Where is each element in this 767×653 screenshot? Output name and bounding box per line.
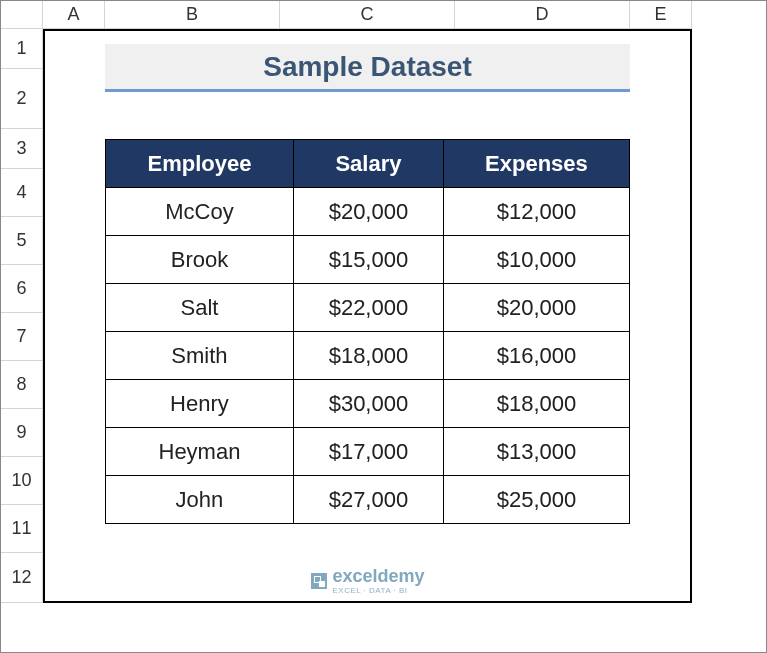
header-salary[interactable]: Salary [293, 140, 443, 188]
cell-salary[interactable]: $22,000 [293, 284, 443, 332]
row-header-1[interactable]: 1 [1, 29, 43, 69]
row-header-7[interactable]: 7 [1, 313, 43, 361]
cell-expenses[interactable]: $12,000 [443, 188, 629, 236]
row-header-5[interactable]: 5 [1, 217, 43, 265]
cell-salary[interactable]: $20,000 [293, 188, 443, 236]
row-header-8[interactable]: 8 [1, 361, 43, 409]
cell-expenses[interactable]: $25,000 [443, 476, 629, 524]
col-header-A[interactable]: A [43, 1, 105, 29]
row-header-3[interactable]: 3 [1, 129, 43, 169]
dataset-title: Sample Dataset [105, 44, 630, 92]
cell-expenses[interactable]: $16,000 [443, 332, 629, 380]
cell-expenses[interactable]: $18,000 [443, 380, 629, 428]
watermark-icon [310, 573, 326, 589]
col-header-E[interactable]: E [630, 1, 692, 29]
row-header-10[interactable]: 10 [1, 457, 43, 505]
col-header-D[interactable]: D [455, 1, 630, 29]
watermark-sub: EXCEL · DATA · BI [332, 587, 424, 595]
watermark: exceldemy EXCEL · DATA · BI [310, 566, 424, 595]
table-row: Smith$18,000$16,000 [106, 332, 630, 380]
cell-expenses[interactable]: $10,000 [443, 236, 629, 284]
content-area: Sample Dataset Employee Salary Expenses … [43, 29, 692, 603]
cell-salary[interactable]: $15,000 [293, 236, 443, 284]
row-header-6[interactable]: 6 [1, 265, 43, 313]
cell-employee[interactable]: John [106, 476, 294, 524]
row-header-12[interactable]: 12 [1, 553, 43, 603]
row-header-9[interactable]: 9 [1, 409, 43, 457]
grid-corner[interactable] [1, 1, 43, 29]
cell-salary[interactable]: $17,000 [293, 428, 443, 476]
header-employee[interactable]: Employee [106, 140, 294, 188]
table-row: Heyman$17,000$13,000 [106, 428, 630, 476]
cell-employee[interactable]: McCoy [106, 188, 294, 236]
data-table: Employee Salary Expenses McCoy$20,000$12… [105, 139, 630, 524]
table-row: John$27,000$25,000 [106, 476, 630, 524]
table-row: Henry$30,000$18,000 [106, 380, 630, 428]
table-row: Salt$22,000$20,000 [106, 284, 630, 332]
table-header-row: Employee Salary Expenses [106, 140, 630, 188]
cell-expenses[interactable]: $20,000 [443, 284, 629, 332]
cell-employee[interactable]: Smith [106, 332, 294, 380]
cell-employee[interactable]: Brook [106, 236, 294, 284]
cell-employee[interactable]: Henry [106, 380, 294, 428]
watermark-brand: exceldemy [332, 566, 424, 586]
col-header-C[interactable]: C [280, 1, 455, 29]
row-header-11[interactable]: 11 [1, 505, 43, 553]
cell-expenses[interactable]: $13,000 [443, 428, 629, 476]
row-header-2[interactable]: 2 [1, 69, 43, 129]
col-header-B[interactable]: B [105, 1, 280, 29]
table-row: Brook$15,000$10,000 [106, 236, 630, 284]
cell-employee[interactable]: Salt [106, 284, 294, 332]
cell-salary[interactable]: $18,000 [293, 332, 443, 380]
row-header-4[interactable]: 4 [1, 169, 43, 217]
table-row: McCoy$20,000$12,000 [106, 188, 630, 236]
spreadsheet-grid: A B C D E 1 Sample Dataset Employee Sala… [1, 1, 766, 652]
cell-salary[interactable]: $27,000 [293, 476, 443, 524]
cell-salary[interactable]: $30,000 [293, 380, 443, 428]
cell-employee[interactable]: Heyman [106, 428, 294, 476]
header-expenses[interactable]: Expenses [443, 140, 629, 188]
